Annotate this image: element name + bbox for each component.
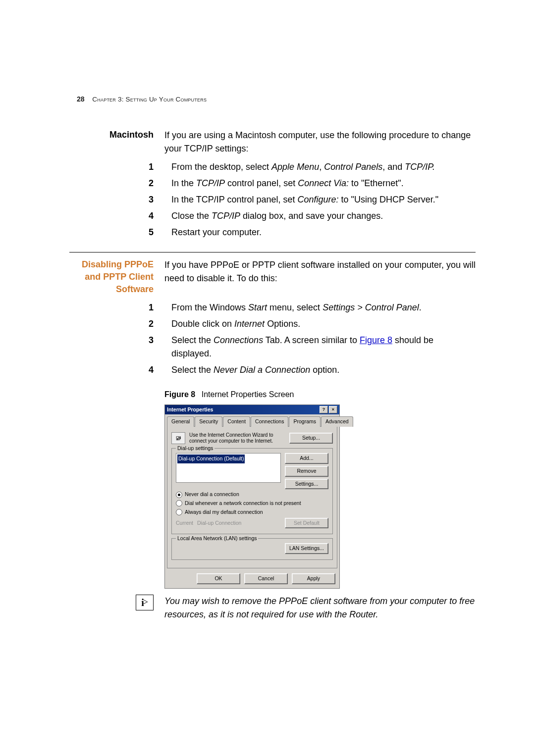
step-number: 3 — [69, 193, 154, 206]
step-number: 5 — [69, 226, 154, 239]
list-item: 1From the desktop, select Apple Menu, Co… — [69, 160, 476, 174]
help-button[interactable]: ? — [320, 406, 328, 413]
window-title: Internet Properties — [167, 406, 319, 414]
list-item: 5Restart your computer. — [69, 226, 476, 239]
dialog-button-row: OK Cancel Apply — [165, 570, 339, 588]
tab-programs[interactable]: Programs — [289, 416, 321, 427]
page-number: 28 — [77, 95, 85, 103]
current-label: Current — [176, 519, 193, 527]
setup-button[interactable]: Setup... — [289, 433, 333, 444]
list-item: 2Double click on Internet Options. — [69, 317, 476, 331]
tab-general[interactable]: General — [167, 416, 194, 427]
step-text: Close the TCP/IP dialog box, and save yo… — [171, 209, 476, 223]
step-number: 1 — [69, 301, 154, 314]
step-number: 4 — [69, 363, 154, 377]
pppoe-steps-list: 1From the Windows Start menu, select Set… — [69, 301, 476, 377]
list-item: 3In the TCP/IP control panel, set Config… — [69, 193, 476, 206]
dialup-fieldset: Dial-up settings Dial-up Connection (Def… — [171, 448, 333, 534]
step-text: In the TCP/IP control panel, set Configu… — [171, 193, 476, 206]
tab-content[interactable]: Content — [223, 416, 250, 427]
radio-dot-off-icon — [176, 500, 182, 506]
wizard-icon: 🖳 — [171, 432, 185, 444]
lan-fieldset: Local Area Network (LAN) settings LAN Se… — [171, 538, 333, 560]
radio-dot-off-icon — [176, 509, 182, 515]
add-button[interactable]: Add... — [285, 453, 328, 464]
running-header: 28 Chapter 3: Setting Up Your Computers — [77, 94, 207, 104]
list-item: 4Close the TCP/IP dialog box, and save y… — [69, 209, 476, 223]
lan-settings-button[interactable]: LAN Settings... — [285, 543, 328, 554]
figure8-caption: Figure 8 Internet Properties Screen — [164, 389, 476, 401]
apply-button[interactable]: Apply — [292, 573, 335, 584]
step-number: 1 — [69, 160, 154, 174]
pppoe-side-label: Disabling PPPoE and PPTP Client Software — [69, 258, 154, 296]
tab-security[interactable]: Security — [195, 416, 222, 427]
radio-dial-when-no-net[interactable]: Dial whenever a network connection is no… — [176, 500, 328, 507]
ok-button[interactable]: OK — [197, 573, 240, 584]
tab-advanced[interactable]: Advanced — [321, 416, 353, 427]
close-button[interactable]: × — [329, 406, 337, 413]
section-divider — [69, 252, 476, 252]
step-text: In the TCP/IP control panel, set Connect… — [171, 177, 476, 190]
cancel-button[interactable]: Cancel — [244, 573, 288, 584]
radio-dot-on-icon — [176, 492, 182, 498]
list-item: 2In the TCP/IP control panel, set Connec… — [69, 177, 476, 190]
list-item: 4Select the Never Dial a Connection opti… — [69, 363, 476, 377]
step-text: Restart your computer. — [171, 226, 476, 239]
step-text: Double click on Internet Options. — [171, 317, 476, 331]
lan-legend: Local Area Network (LAN) settings — [176, 535, 258, 543]
tab-row: General Security Content Connections Pro… — [167, 416, 337, 427]
radio-never-dial[interactable]: Never dial a connection — [176, 491, 328, 499]
macintosh-side-label: Macintosh — [69, 129, 154, 155]
radio1-label: Never dial a connection — [185, 491, 239, 499]
internet-properties-window: Internet Properties ? × General Security… — [164, 404, 340, 589]
list-item: 3Select the Connections Tab. A screen si… — [69, 334, 476, 360]
step-text: From the desktop, select Apple Menu, Con… — [171, 160, 476, 174]
titlebar: Internet Properties ? × — [165, 405, 339, 415]
radio3-label: Always dial my default connection — [185, 508, 263, 516]
step-text: Select the Connections Tab. A screen sim… — [171, 334, 476, 360]
dialup-legend: Dial-up settings — [176, 445, 214, 453]
tab-connections[interactable]: Connections — [251, 416, 288, 427]
radio2-label: Dial whenever a network connection is no… — [185, 500, 301, 507]
tip-text: You may wish to remove the PPPoE client … — [164, 595, 476, 621]
radio-always-dial[interactable]: Always dial my default connection — [176, 508, 328, 516]
figure8-label: Figure 8 — [164, 390, 195, 399]
set-default-button: Set Default — [285, 518, 328, 529]
settings-button[interactable]: Settings... — [285, 479, 328, 490]
step-number: 2 — [69, 317, 154, 331]
step-text: From the Windows Start menu, select Sett… — [171, 301, 476, 314]
info-icon: i — [136, 595, 154, 610]
dialup-item[interactable]: Dial-up Connection (Default) — [177, 454, 245, 463]
wizard-text: Use the Internet Connection Wizard to co… — [189, 432, 285, 444]
macintosh-intro: If you are using a Macintosh computer, u… — [164, 129, 476, 155]
remove-button[interactable]: Remove — [285, 466, 328, 477]
current-value: Dial-up Connection — [197, 519, 281, 527]
macintosh-steps-list: 1From the desktop, select Apple Menu, Co… — [69, 160, 476, 239]
connections-pane: 🖳 Use the Internet Connection Wizard to … — [167, 426, 337, 568]
list-item: 1From the Windows Start menu, select Set… — [69, 301, 476, 314]
step-text: Select the Never Dial a Connection optio… — [171, 363, 476, 377]
chapter-label: Chapter 3: Setting Up Your Computers — [92, 96, 207, 103]
step-number: 4 — [69, 209, 154, 223]
step-number: 2 — [69, 177, 154, 190]
step-number: 3 — [69, 334, 154, 360]
figure8-caption-text: Internet Properties Screen — [202, 390, 294, 399]
dialup-listbox[interactable]: Dial-up Connection (Default) — [176, 453, 281, 483]
figure8-link[interactable]: Figure 8 — [360, 335, 392, 345]
pppoe-intro: If you have PPPoE or PPTP client softwar… — [164, 258, 476, 296]
